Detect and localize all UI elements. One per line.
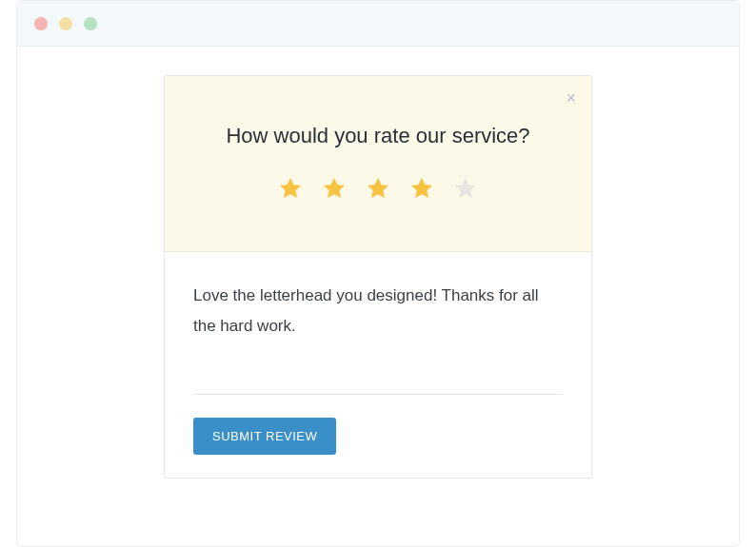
submit-review-button[interactable]: SUBMIT REVIEW [193, 418, 336, 455]
window-maximize-dot[interactable] [84, 17, 97, 30]
star-empty-icon[interactable] [452, 175, 479, 202]
star-filled-icon[interactable] [365, 175, 391, 202]
browser-window: × How would you rate our service? SUBMIT… [16, 0, 740, 547]
modal-title: How would you rate our service? [193, 124, 563, 148]
review-textarea[interactable] [193, 281, 563, 395]
close-icon[interactable]: × [566, 89, 576, 107]
review-modal: × How would you rate our service? SUBMIT… [164, 75, 592, 479]
modal-body: SUBMIT REVIEW [165, 252, 591, 478]
window-minimize-dot[interactable] [59, 17, 72, 30]
window-close-dot[interactable] [34, 17, 48, 30]
content-area: × How would you rate our service? SUBMIT… [17, 47, 739, 479]
star-rating [193, 175, 563, 202]
star-filled-icon[interactable] [408, 175, 435, 202]
star-filled-icon[interactable] [321, 175, 348, 202]
star-filled-icon[interactable] [277, 175, 304, 202]
titlebar [17, 1, 739, 47]
modal-header: × How would you rate our service? [165, 76, 591, 252]
